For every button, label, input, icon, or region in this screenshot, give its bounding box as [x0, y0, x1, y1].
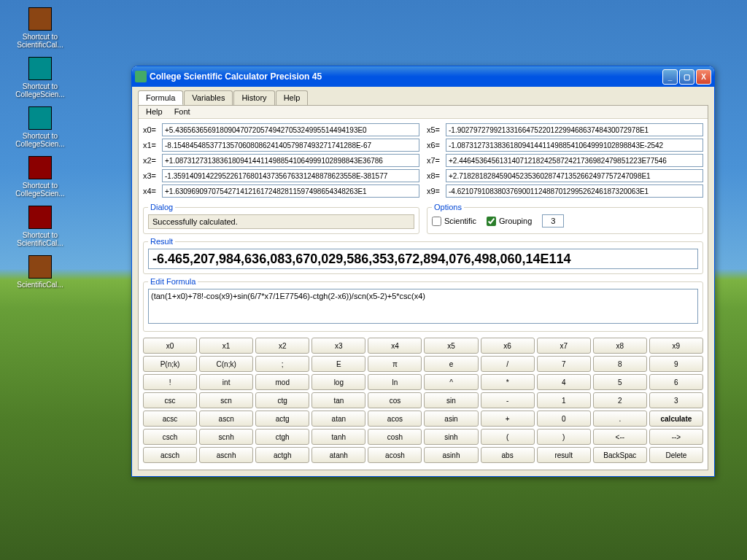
key-[interactable]: . [593, 411, 647, 427]
key-[interactable]: ; [255, 356, 309, 372]
tab-history[interactable]: History [233, 90, 274, 105]
key-[interactable]: / [481, 356, 535, 372]
key-acos[interactable]: acos [368, 411, 422, 427]
key-sin[interactable]: sin [424, 392, 478, 408]
key-x1[interactable]: x1 [199, 338, 253, 354]
key-[interactable]: π [368, 356, 422, 372]
desktop-icon[interactable]: Shortcut to CollegeScien... [15, 57, 66, 98]
key-ctg[interactable]: ctg [255, 392, 309, 408]
desktop-icon[interactable]: Shortcut to CollegeScien... [15, 106, 66, 148]
key-csc[interactable]: csc [143, 392, 197, 408]
key-mod[interactable]: mod [255, 374, 309, 390]
key-cos[interactable]: cos [368, 392, 422, 408]
tab-formula[interactable]: Formula [138, 90, 183, 105]
var-input-l3[interactable] [162, 169, 419, 182]
key-4[interactable]: 4 [537, 374, 591, 390]
key-x5[interactable]: x5 [424, 338, 478, 354]
grouping-checkbox[interactable] [487, 217, 496, 226]
key-2[interactable]: 2 [593, 392, 647, 408]
key-acsc[interactable]: acsc [143, 411, 197, 427]
var-input-r2[interactable] [446, 154, 703, 167]
var-input-r1[interactable] [446, 139, 703, 152]
key-[interactable]: * [481, 374, 535, 390]
key-calculate[interactable]: calculate [649, 411, 703, 427]
key-delete[interactable]: Delete [649, 447, 703, 463]
key-actgh[interactable]: actgh [255, 447, 309, 463]
key-pnk[interactable]: P(n;k) [143, 356, 197, 372]
key-8[interactable]: 8 [593, 356, 647, 372]
key-x6[interactable]: x6 [481, 338, 535, 354]
scientific-checkbox[interactable] [432, 217, 441, 226]
formula-input[interactable] [148, 289, 698, 324]
key-6[interactable]: 6 [649, 374, 703, 390]
key-tan[interactable]: tan [311, 392, 365, 408]
tab-variables[interactable]: Variables [184, 90, 233, 105]
key-ctgh[interactable]: ctgh [255, 429, 309, 445]
key-ln[interactable]: ln [368, 374, 422, 390]
grouping-value-input[interactable] [542, 214, 564, 228]
key-x0[interactable]: x0 [143, 338, 197, 354]
key-9[interactable]: 9 [649, 356, 703, 372]
var-input-l2[interactable] [162, 154, 419, 167]
key-x4[interactable]: x4 [368, 338, 422, 354]
tab-help[interactable]: Help [276, 90, 309, 105]
key-[interactable]: ( [481, 429, 535, 445]
menu-font[interactable]: Font [174, 107, 190, 116]
var-input-r0[interactable] [446, 123, 703, 136]
key-[interactable]: <-- [593, 429, 647, 445]
key-asinh[interactable]: asinh [424, 447, 478, 463]
key-log[interactable]: log [311, 374, 365, 390]
desktop-icon[interactable]: Shortcut to ScientificCal... [15, 7, 66, 49]
key-7[interactable]: 7 [537, 356, 591, 372]
key-result[interactable]: result [537, 447, 591, 463]
key-backspac[interactable]: BackSpac [593, 447, 647, 463]
minimize-button[interactable]: _ [662, 69, 678, 85]
key-abs[interactable]: abs [481, 447, 535, 463]
key-atanh[interactable]: atanh [311, 447, 365, 463]
grouping-checkbox-label[interactable]: Grouping [487, 217, 532, 226]
key-atan[interactable]: atan [311, 411, 365, 427]
key-[interactable]: - [481, 392, 535, 408]
key-0[interactable]: 0 [537, 411, 591, 427]
key-asin[interactable]: asin [424, 411, 478, 427]
desktop-icon[interactable]: ScientificCal... [15, 255, 66, 289]
key-[interactable]: --> [649, 429, 703, 445]
key-x8[interactable]: x8 [593, 338, 647, 354]
key-acsch[interactable]: acsch [143, 447, 197, 463]
key-3[interactable]: 3 [649, 392, 703, 408]
key-cnk[interactable]: C(n;k) [199, 356, 253, 372]
maximize-button[interactable]: ▢ [679, 69, 694, 85]
key-[interactable]: ) [537, 429, 591, 445]
key-x7[interactable]: x7 [537, 338, 591, 354]
key-int[interactable]: int [199, 374, 253, 390]
key-tanh[interactable]: tanh [311, 429, 365, 445]
key-scn[interactable]: scn [199, 392, 253, 408]
key-5[interactable]: 5 [593, 374, 647, 390]
menu-help[interactable]: Help [146, 107, 163, 116]
desktop-icon[interactable]: Shortcut to ScientificCal... [15, 206, 66, 247]
key-x3[interactable]: x3 [311, 338, 365, 354]
desktop-icon[interactable]: Shortcut to CollegeScien... [15, 156, 66, 198]
var-input-r4[interactable] [446, 184, 703, 198]
var-input-l0[interactable] [162, 123, 419, 136]
key-[interactable]: ^ [424, 374, 478, 390]
key-csch[interactable]: csch [143, 429, 197, 445]
key-ascnh[interactable]: ascnh [199, 447, 253, 463]
key-e[interactable]: E [311, 356, 365, 372]
key-e[interactable]: e [424, 356, 478, 372]
key-1[interactable]: 1 [537, 392, 591, 408]
key-ascn[interactable]: ascn [199, 411, 253, 427]
scientific-checkbox-label[interactable]: Scientific [432, 217, 476, 226]
key-scnh[interactable]: scnh [199, 429, 253, 445]
key-[interactable]: + [481, 411, 535, 427]
key-sinh[interactable]: sinh [424, 429, 478, 445]
key-x2[interactable]: x2 [255, 338, 309, 354]
key-x9[interactable]: x9 [649, 338, 703, 354]
titlebar[interactable]: College Scientific Calculator Precision … [132, 66, 714, 87]
key-acosh[interactable]: acosh [368, 447, 422, 463]
key-actg[interactable]: actg [255, 411, 309, 427]
var-input-l4[interactable] [162, 184, 419, 198]
var-input-r3[interactable] [446, 169, 703, 182]
close-button[interactable]: X [696, 69, 711, 85]
key-[interactable]: ! [143, 374, 197, 390]
